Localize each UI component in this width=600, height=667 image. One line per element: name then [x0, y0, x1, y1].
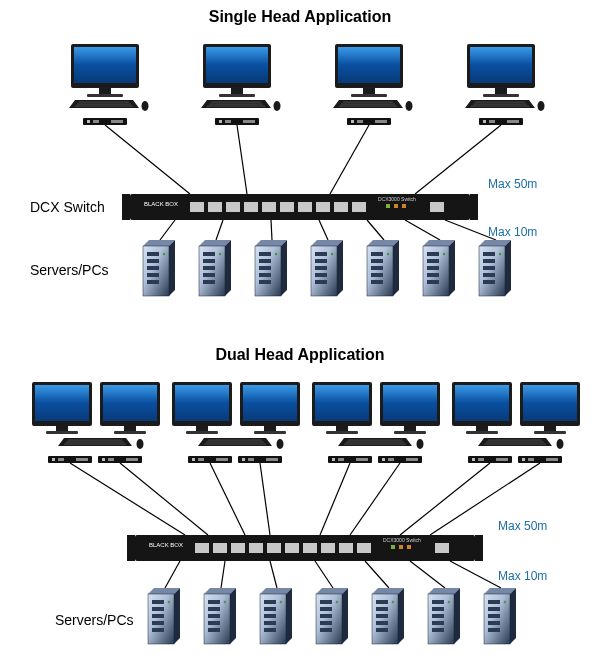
svg-line-48 [105, 125, 190, 194]
svg-line-54 [271, 220, 272, 240]
svg-line-52 [160, 220, 175, 240]
svg-line-61 [210, 463, 245, 535]
svg-line-50 [330, 125, 369, 194]
server-tower [148, 588, 180, 644]
svg-line-59 [70, 463, 185, 535]
server-tower [260, 588, 292, 644]
server-tower [484, 588, 516, 644]
svg-line-70 [315, 561, 333, 588]
server-tower [428, 588, 460, 644]
dual-workstation [32, 382, 160, 449]
single-workstations [69, 44, 545, 125]
server-tower [316, 588, 348, 644]
server-tower [372, 588, 404, 644]
server-tower [199, 240, 231, 296]
max10-label: Max 10m [498, 569, 547, 583]
svg-line-56 [367, 220, 384, 240]
single-servers [143, 240, 511, 296]
max50-label: Max 50m [498, 519, 547, 533]
server-tower [311, 240, 343, 296]
dual-workstations [32, 382, 580, 463]
remote-extender [347, 118, 391, 125]
svg-line-63 [320, 463, 350, 535]
dual-top-cables [70, 463, 540, 535]
single-bottom-cables [160, 220, 496, 240]
svg-line-64 [350, 463, 400, 535]
dcx-switch-dual: BLACK BOX DCX3000 Switch [127, 535, 483, 561]
svg-line-49 [237, 125, 247, 194]
remote-extender [479, 118, 523, 125]
switch-label: DCX Switch [30, 199, 105, 215]
svg-line-62 [260, 463, 270, 535]
svg-line-55 [319, 220, 328, 240]
switch-brand: BLACK BOX [144, 201, 178, 207]
svg-line-60 [120, 463, 208, 535]
svg-line-67 [165, 561, 180, 588]
remote-extender [215, 118, 259, 125]
server-tower [479, 240, 511, 296]
workstation [69, 44, 149, 111]
svg-line-72 [410, 561, 445, 588]
server-tower [367, 240, 399, 296]
svg-line-71 [365, 561, 389, 588]
server-tower [423, 240, 455, 296]
svg-line-68 [221, 561, 225, 588]
dcx-switch: BLACK BOX DCX3000 Switch [122, 194, 478, 220]
svg-line-57 [405, 220, 440, 240]
workstation [201, 44, 281, 111]
dual-workstation [312, 382, 440, 449]
dual-extenders [48, 456, 562, 463]
server-tower [255, 240, 287, 296]
svg-line-69 [270, 561, 277, 588]
server-tower [143, 240, 175, 296]
single-title: Single Head Application [209, 8, 392, 25]
svg-line-53 [216, 220, 223, 240]
workstation [465, 44, 545, 111]
svg-line-73 [450, 561, 501, 588]
server-tower [204, 588, 236, 644]
max50-label: Max 50m [488, 177, 537, 191]
dual-workstation [452, 382, 580, 449]
max10-label: Max 10m [488, 225, 537, 239]
servers-label: Servers/PCs [55, 612, 134, 628]
switch-model: DCX3000 Switch [378, 196, 416, 202]
single-top-cables [105, 125, 501, 194]
dual-servers [148, 588, 516, 644]
svg-line-65 [400, 463, 490, 535]
workstation [333, 44, 413, 111]
dual-title: Dual Head Application [215, 346, 384, 363]
servers-label: Servers/PCs [30, 262, 109, 278]
dual-head-section: Dual Head Application BLACK BOX [32, 346, 580, 644]
remote-extender [83, 118, 127, 125]
single-head-section: Single Head Application BLACK BOX DCX300… [30, 8, 545, 296]
dual-workstation [172, 382, 300, 449]
switch-brand: BLACK BOX [149, 542, 183, 548]
dual-bottom-cables [165, 561, 501, 588]
switch-model: DCX3000 Switch [383, 537, 421, 543]
